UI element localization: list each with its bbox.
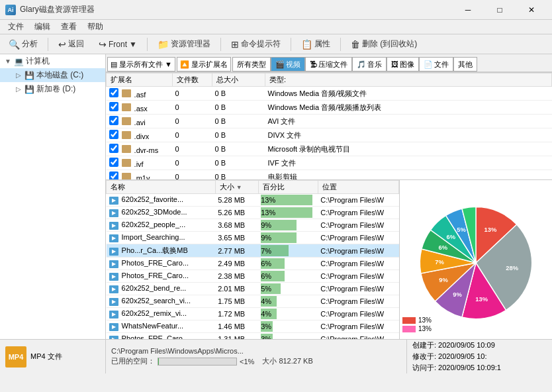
tree-item-computer[interactable]: ▼ 💻 计算机 (0, 54, 105, 68)
percent-cell: 5% (258, 283, 318, 295)
file-icon: ▶ (109, 323, 118, 331)
delete-button[interactable]: 🗑 删除 (到回收站) (345, 36, 423, 52)
col-file-size[interactable]: 大小 ▼ (215, 181, 258, 194)
file-name-cell: ▶ 620x252_bend_re... (107, 283, 216, 295)
resource-manager-button[interactable]: 📁 资源管理器 (152, 36, 216, 52)
col-location[interactable]: 位置 (318, 181, 398, 194)
type-cell: AVI 文件 (265, 115, 552, 128)
col-name-label: 名称 (111, 183, 125, 191)
size-cell: 0 B (212, 115, 265, 128)
c-drive-icon: 💾 (24, 70, 34, 81)
ext-checkbox[interactable] (109, 144, 118, 153)
ext-checkbox[interactable] (109, 172, 118, 180)
ext-checkbox[interactable] (109, 102, 118, 111)
list-item[interactable]: ▶ 620x252_bend_re... 2.01 MB 5% C:\Progr… (107, 283, 399, 295)
show-all-dropdown: ▼ (165, 60, 172, 68)
menu-view[interactable]: 查看 (56, 20, 82, 34)
list-item[interactable]: ▶ Photos_FRE_Caro... 2.49 MB 6% C:\Progr… (107, 258, 399, 270)
list-item[interactable]: ▶ 620x252_3DMode... 5.26 MB 13% C:\Progr… (107, 207, 399, 219)
progress-bar (158, 358, 237, 366)
analyze-button[interactable]: 🔍 分析 (3, 36, 44, 52)
ext-icon (122, 145, 131, 153)
file-name-cell: ▶ Photos_FRE_Caro... (107, 270, 216, 283)
list-item[interactable]: ▶ 620x252_search_vi... 1.75 MB 4% C:\Pro… (107, 295, 399, 308)
col-percent[interactable]: 百分比 (258, 181, 318, 194)
svg-text:28%: 28% (506, 264, 518, 271)
status-bar: MP4 MP4 文件 C:\Program Files\WindowsApps\… (0, 339, 552, 373)
tab-other[interactable]: 其他 (453, 57, 477, 72)
file-type-row[interactable]: .dvr-ms 0 0 B Microsoft 录制的电视节目 (107, 142, 552, 156)
all-types-label: 所有类型 (237, 60, 266, 70)
document-label: 文件 (434, 60, 449, 70)
type-cell: DIVX 文件 (265, 128, 552, 142)
d-drive-icon: 💾 (24, 84, 34, 95)
close-button[interactable]: ✕ (516, 0, 547, 20)
file-name-cell: ▶ WhatsNewFeatur... (107, 320, 216, 333)
percent-text: 13% (261, 196, 275, 204)
ext-checkbox[interactable] (109, 88, 118, 97)
col-name[interactable]: 名称 (107, 181, 216, 194)
list-item[interactable]: ▶ 620x252_remix_vi... 1.72 MB 4% C:\Prog… (107, 308, 399, 320)
files-list-panel: 名称 大小 ▼ 百分比 位置 (106, 180, 400, 339)
file-icon: ▶ (109, 285, 118, 293)
percent-text: 13% (261, 209, 275, 217)
front-button[interactable]: ↪ Front ▼ (93, 36, 143, 52)
tab-show-ext[interactable]: 🔼 显示扩展名 (177, 57, 231, 72)
tab-document[interactable]: 📄 文件 (419, 57, 453, 72)
list-item[interactable]: ▶ WhatsNewFeatur... 1.46 MB 3% C:\Progra… (107, 320, 399, 333)
ext-icon (122, 89, 131, 97)
ext-checkbox[interactable] (109, 158, 118, 167)
list-item[interactable]: ▶ Import_Searching... 3.65 MB 9% C:\Prog… (107, 232, 399, 244)
menu-help[interactable]: 帮助 (82, 20, 109, 34)
tab-compressed[interactable]: 🗜 压缩文件 (305, 57, 352, 72)
file-type-row[interactable]: .asf 0 0 B Windows Media 音频/视频文件 (107, 87, 552, 101)
properties-button[interactable]: 📋 属性 (295, 36, 336, 52)
status-file-type: MP4 文件 (30, 352, 62, 362)
cmd-button[interactable]: ⊞ 命令提示符 (225, 36, 287, 52)
compressed-label: 压缩文件 (318, 60, 347, 70)
ext-checkbox[interactable] (109, 116, 118, 125)
file-type-row[interactable]: .divx 0 0 B DIVX 文件 (107, 128, 552, 142)
file-size-cell: 3.68 MB (215, 219, 258, 232)
ext-checkbox[interactable] (109, 130, 118, 139)
file-size-cell: 1.75 MB (215, 295, 258, 308)
location-cell: C:\Program Files\W (318, 244, 398, 258)
back-button[interactable]: ↩ 返回 (52, 36, 90, 52)
list-item[interactable]: ▶ Photos_FRE_Caro... 2.38 MB 6% C:\Progr… (107, 270, 399, 283)
computer-icon: 💻 (13, 56, 24, 67)
tab-image[interactable]: 🖼 图像 (387, 57, 419, 72)
app-icon-text: Ai (8, 7, 14, 13)
col-type: 类型: (265, 74, 552, 87)
list-item[interactable]: ▶ Photos_FRE_Caro... 1.31 MB 3% C:\Progr… (107, 333, 399, 340)
tab-all-types[interactable]: 所有类型 (232, 57, 271, 72)
ext-icon (122, 159, 131, 167)
main-layout: ▼ 💻 计算机 ▷ 💾 本地磁盘 (C:) ▷ 💾 新加卷 (D:) ▤ 显示所… (0, 54, 552, 339)
minimize-button[interactable]: ─ (453, 0, 483, 20)
front-label: Front (109, 40, 127, 49)
count-cell: 0 (173, 128, 212, 142)
tree-item-c-drive[interactable]: ▷ 💾 本地磁盘 (C:) (0, 68, 105, 82)
file-type-row[interactable]: .m1v 0 0 B 电影剪辑 (107, 170, 552, 181)
file-type-row[interactable]: .avi 0 0 B AVI 文件 (107, 115, 552, 128)
list-item[interactable]: ▶ 620x252_favorite... 5.28 MB 13% C:\Pro… (107, 194, 399, 207)
file-type-row[interactable]: .ivf 0 0 B IVF 文件 (107, 156, 552, 170)
tree-item-d-drive[interactable]: ▷ 💾 新加卷 (D:) (0, 82, 105, 96)
tab-show-all[interactable]: ▤ 显示所有文件 ▼ (107, 57, 175, 72)
menu-edit[interactable]: 编辑 (29, 20, 56, 34)
list-item[interactable]: ▶ Pho...r_Ca...载换MB 2.77 MB 7% C:\Progra… (107, 244, 399, 258)
maximize-button[interactable]: □ (484, 0, 515, 20)
list-item[interactable]: ▶ 620x252_people_... 3.68 MB 9% C:\Progr… (107, 219, 399, 232)
col-location-label: 位置 (322, 183, 337, 191)
status-info-row: 已用的空间： <1% 大小 812.27 KB (111, 356, 401, 366)
back-label: 返回 (68, 38, 84, 50)
location-cell: C:\Program Files\W (318, 283, 398, 295)
svg-text:13%: 13% (484, 226, 496, 233)
type-cell: IVF 文件 (265, 156, 552, 170)
tab-music[interactable]: 🎵 音乐 (352, 57, 387, 72)
file-type-row[interactable]: .asx 0 0 B Windows Media 音频/视频播放列表 (107, 101, 552, 115)
tab-video[interactable]: 🎬 视频 (271, 57, 305, 72)
ext-icon (122, 117, 131, 125)
menu-file[interactable]: 文件 (3, 20, 29, 34)
analyze-icon: 🔍 (9, 39, 20, 50)
size-cell: 0 B (212, 128, 265, 142)
